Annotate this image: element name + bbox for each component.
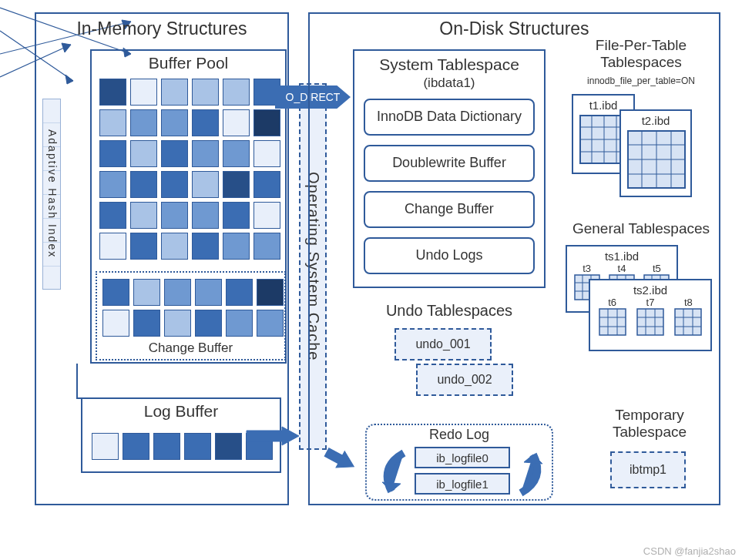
- ibtmp1-box: ibtmp1: [610, 451, 686, 488]
- buffer-pool-title: Buffer Pool: [92, 54, 285, 72]
- system-ts-item-change-buffer: Change Buffer: [364, 191, 535, 228]
- redo-log-box: Redo Log ib_logfile0 ib_logfile1: [365, 424, 553, 501]
- ts1-t5-label: t5: [653, 263, 661, 274]
- log-buffer-to-cache-arrow: [247, 427, 300, 445]
- system-ts-item-data-dictionary: InnoDB Data Dictionary: [364, 99, 535, 136]
- log-buffer-title: Log Buffer: [82, 402, 280, 421]
- ts2-ibd-box: ts2.ibd t6 t7 t8: [589, 279, 712, 351]
- file-per-table-title: File-Per-Table Tablespaces: [564, 37, 718, 71]
- t2-ibd-label: t2.ibd: [621, 111, 690, 127]
- system-tablespace-box: System Tablespace (ibdata1) InnoDB Data …: [353, 49, 546, 288]
- redo-log-title: Redo Log: [367, 427, 552, 443]
- adaptive-hash-index-label: Adaptive Hash Index: [45, 103, 59, 285]
- buffer-pool-to-log-buffer-connector: [76, 364, 106, 399]
- temporary-tablespace-title: Temporary Tablespace: [584, 407, 715, 441]
- svg-rect-45: [637, 309, 663, 335]
- table-icon: [674, 308, 702, 336]
- svg-rect-40: [599, 309, 626, 335]
- file-per-table-config: innodb_file_per_table=ON: [564, 75, 718, 86]
- ts1-t3-label: t3: [583, 263, 591, 274]
- buffer-pool-grid: [99, 79, 280, 260]
- redo-cycle-right-arrow: [513, 448, 549, 498]
- general-tablespaces-title: General Tablespaces: [564, 220, 718, 237]
- undo-002-box: undo_002: [416, 364, 513, 396]
- t2-ibd-box: t2.ibd: [619, 109, 692, 197]
- svg-marker-9: [382, 482, 401, 491]
- table-icon: [636, 308, 664, 336]
- undo-tablespaces-title: Undo Tablespaces: [353, 302, 546, 320]
- undo-001-box: undo_001: [395, 328, 492, 360]
- redo-cycle-left-arrow: [376, 448, 411, 498]
- ts2-t7-label: t7: [646, 297, 655, 308]
- svg-rect-50: [675, 309, 701, 335]
- ts1-t4-label: t4: [618, 263, 626, 274]
- on-disk-panel: On-Disk Structures System Tablespace (ib…: [308, 12, 720, 505]
- ts2-t6-label: t6: [608, 297, 616, 308]
- change-buffer-title: Change Buffer: [97, 340, 284, 356]
- system-tablespace-title: System Tablespace: [354, 55, 544, 74]
- system-ts-item-doublewrite: Doublewrite Buffer: [364, 145, 535, 182]
- redo-ib-logfile0: ib_logfile0: [415, 447, 510, 468]
- in-memory-title: In-Memory Structures: [36, 18, 287, 39]
- system-tablespace-subtitle: (ibdata1): [354, 75, 544, 91]
- buffer-pool-box: Buffer Pool Change Buffer: [90, 49, 287, 364]
- log-buffer-row: [92, 433, 273, 460]
- change-buffer-box: Change Buffer: [96, 271, 286, 360]
- ts2-t8-label: t8: [684, 297, 693, 308]
- table-icon: [599, 308, 626, 336]
- svg-marker-10: [524, 454, 542, 464]
- table-icon: [627, 130, 686, 189]
- redo-ib-logfile1: ib_logfile1: [415, 473, 510, 495]
- system-ts-item-undo-logs: Undo Logs: [364, 237, 535, 274]
- svg-marker-8: [247, 427, 299, 445]
- ts1-ibd-label: ts1.ibd: [567, 246, 677, 263]
- ts2-ibd-label: ts2.ibd: [590, 280, 710, 297]
- watermark-text: CSDN @fanjia2shao: [643, 545, 736, 557]
- on-disk-title: On-Disk Structures: [310, 18, 719, 39]
- change-buffer-grid: [102, 279, 286, 337]
